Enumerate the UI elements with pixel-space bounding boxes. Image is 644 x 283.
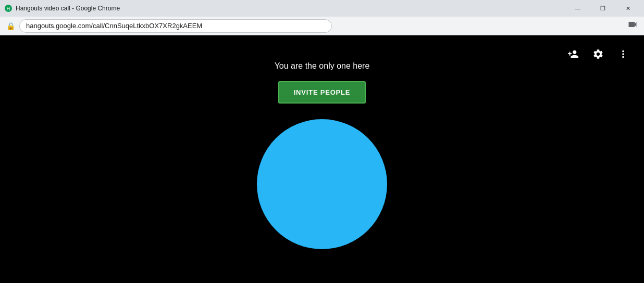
user-avatar xyxy=(257,119,387,249)
url-input[interactable] xyxy=(19,19,332,33)
address-bar: 🔒 xyxy=(0,17,644,35)
more-options-button[interactable] xyxy=(613,44,634,65)
minimize-button[interactable]: — xyxy=(566,0,590,17)
video-call-area: You are the only one here INVITE PEOPLE xyxy=(0,35,644,283)
settings-button[interactable] xyxy=(588,44,609,65)
invite-people-button[interactable]: INVITE PEOPLE xyxy=(278,81,366,104)
lock-icon: 🔒 xyxy=(6,22,15,30)
maximize-button[interactable]: ❐ xyxy=(591,0,615,17)
top-controls xyxy=(563,44,634,65)
more-vertical-icon xyxy=(617,48,629,60)
hangouts-favicon: H xyxy=(4,4,13,12)
add-person-icon xyxy=(567,48,579,60)
gear-icon xyxy=(592,48,604,60)
title-bar-controls: — ❐ ✕ xyxy=(566,0,640,17)
chrome-window: H Hangouts video call - Google Chrome — … xyxy=(0,0,644,283)
center-message: You are the only one here INVITE PEOPLE xyxy=(275,61,370,104)
only-one-text: You are the only one here xyxy=(275,61,370,71)
close-button[interactable]: ✕ xyxy=(616,0,640,17)
svg-text:H: H xyxy=(7,6,10,11)
add-person-button[interactable] xyxy=(563,44,584,65)
window-title: Hangouts video call - Google Chrome xyxy=(16,5,120,12)
title-bar-left: H Hangouts video call - Google Chrome xyxy=(4,4,120,12)
camera-icon xyxy=(627,19,638,32)
title-bar: H Hangouts video call - Google Chrome — … xyxy=(0,0,644,17)
